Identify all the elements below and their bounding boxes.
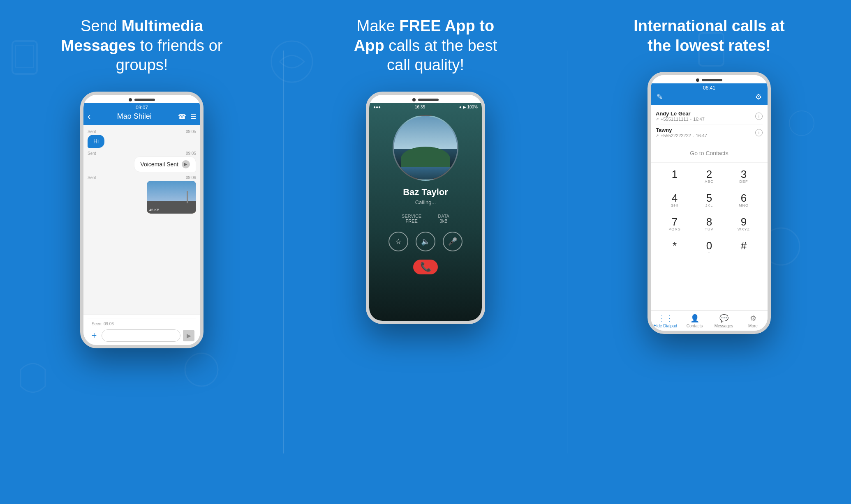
sent-label: Sent [88,129,96,134]
chat-bubble: Hi [88,135,104,148]
call-time: 16:47 [696,133,707,138]
data-value: 0kB [438,219,449,223]
tab-hide-dialpad[interactable]: ⋮⋮ Hide Dialpad [651,312,680,330]
tab-label: Messages [715,324,733,328]
key-digit: 4 [672,193,678,203]
seen-status: Seen: 09:06 [88,320,196,328]
messaging-column: Send Multimedia Messages to friends or g… [0,0,284,504]
dialpad-key-9[interactable]: 9 WXYZ [731,214,756,235]
dialpad-key-0[interactable]: 0 + [697,237,722,259]
call-separator: - [693,133,694,138]
phone-icon[interactable]: ☎ [178,113,186,120]
dialpad-key-7[interactable]: 7 PQRS [662,214,687,235]
key-digit: 8 [706,216,712,227]
lamp [187,191,188,203]
speaker-bar [702,79,722,81]
speaker-bar [134,99,155,101]
dialpad-row-3: 7 PQRS 8 TUV 9 WXYZ [657,214,761,235]
key-letters: WXYZ [738,227,750,232]
dialpad-key-hash[interactable]: # [731,237,756,259]
tab-messages[interactable]: 💬 Messages [709,312,738,330]
mute-button[interactable]: 🎤 [443,232,462,251]
chat-body: Sent 09:05 Hi Sent 09:05 Voicemail Sent … [83,125,200,314]
dialpad-key-star[interactable]: * [662,237,687,259]
image-size: 45 KB [149,208,160,212]
contacts-icon: 👤 [690,314,699,323]
key-letters: PQRS [668,227,681,232]
tab-label: More [748,324,758,328]
dialpad-key-2[interactable]: 2 ABC [697,166,722,187]
tab-more[interactable]: ⚙ More [738,312,768,330]
calling-phone: ●●● 16:35 ● ▶ 100% Baz Taylor Calling...… [366,92,485,324]
status-time: 09:07 [88,105,196,110]
nav-bar: ‹ Mao Shilei ☎ ☰ [88,111,196,122]
service-info: SERVICE FREE [402,214,421,223]
messaging-headline: Send Multimedia Messages to friends or g… [43,16,240,75]
call-info-left: Tawny ↗ +55522222222 - 16:47 [656,127,707,138]
dialpad-key-5[interactable]: 5 JKL [697,190,722,211]
caller-details: ↗ +55522222222 - 16:47 [656,133,707,138]
chat-meta: Sent 09:05 [88,129,196,134]
data-label: DATA [438,214,449,219]
key-letters: DEF [740,180,748,184]
back-icon[interactable]: ‹ [88,111,90,122]
caller-number: +5551111111 [661,117,689,122]
key-digit: 1 [672,169,678,180]
dialpad-app-header: 08:41 ✎ ⚙ [651,83,768,105]
tab-contacts[interactable]: 👤 Contacts [680,312,709,330]
settings-icon[interactable]: ⚙ [755,92,762,101]
signal-dots: ●●● [373,105,381,109]
camera-dot [412,98,416,101]
dialpad-key-1[interactable]: 1 [662,166,687,187]
dialpad-key-3[interactable]: 3 DEF [731,166,756,187]
calling-app-body: ●●● 16:35 ● ▶ 100% Baz Taylor Calling...… [369,103,482,321]
go-to-contacts-button[interactable]: Go to Contacts [651,144,768,163]
play-button[interactable]: ▶ [182,160,190,168]
key-letters: MNO [739,203,749,208]
more-icon: ⚙ [750,314,756,323]
chat-footer: Seen: 09:06 + ▶ [83,314,200,345]
caller-details: ↗ +5551111111 - 16:47 [656,117,705,122]
key-digit: # [741,240,747,251]
info-button[interactable]: i [755,129,763,136]
add-button[interactable]: + [89,331,99,341]
call-time: 16:47 [693,117,705,122]
key-letters: ABC [705,180,714,184]
service-value: FREE [402,219,421,223]
call-controls: ☆ 🔈 🎤 [388,232,462,251]
call-photo-water [394,167,457,180]
recent-call-item: Tawny ↗ +55522222222 - 16:47 i [656,124,763,140]
dialpad-key-6[interactable]: 6 MNO [731,190,756,211]
chat-row: Sent 09:05 Hi [88,129,196,148]
data-info: DATA 0kB [438,214,449,223]
menu-icon[interactable]: ☰ [190,113,196,120]
sent-time: 09:05 [186,151,196,156]
camera-dot [696,78,699,82]
compose-icon[interactable]: ✎ [657,92,663,101]
voicemail-bubble: Voicemail Sent ▶ [134,156,196,172]
sent-time: 09:06 [186,175,196,180]
message-input[interactable] [102,329,180,342]
tab-bar: ⋮⋮ Hide Dialpad 👤 Contacts 💬 Messages ⚙ … [651,310,768,331]
battery-info: ● ▶ 100% [459,105,478,109]
dialpad-key-4[interactable]: 4 GHI [662,190,687,211]
dialpad-phone: 08:41 ✎ ⚙ Andy Le Gear ↗ +5551111111 [648,72,771,334]
send-button[interactable]: ▶ [183,330,194,341]
caller-photo [393,115,458,181]
chat-image[interactable]: 45 KB [147,181,196,214]
dialpad-key-8[interactable]: 8 TUV [697,214,722,235]
end-call-button[interactable]: 📞 [413,260,438,274]
calling-headline: Make FREE App to App calls at the best c… [327,16,524,75]
caller-name: Baz Taylor [403,187,448,198]
caller-status: Calling... [415,199,436,205]
favorites-button[interactable]: ☆ [388,232,408,251]
dialpad-grid: 1 2 ABC 3 DEF 4 [651,163,768,265]
tab-label: Contacts [687,324,703,328]
key-letters: + [708,251,710,256]
status-bar: ●●● 16:35 ● ▶ 100% [369,103,482,111]
phone-notch [651,75,768,83]
speaker-button[interactable]: 🔈 [416,232,435,251]
info-button[interactable]: i [755,113,763,120]
dialpad-row-1: 1 2 ABC 3 DEF [657,166,761,187]
key-digit: 0 [706,240,712,251]
